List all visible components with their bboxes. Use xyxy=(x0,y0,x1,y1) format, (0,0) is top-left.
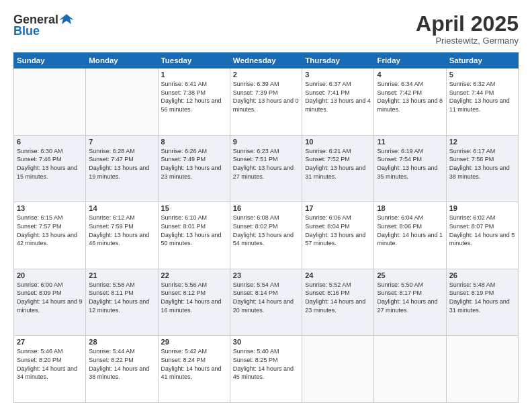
page: General Blue April 2025 Priestewitz, Ger… xyxy=(0,0,532,411)
day-number: 17 xyxy=(305,204,371,212)
logo-blue-text: Blue xyxy=(13,24,40,38)
calendar-cell: 19Sunrise: 6:02 AMSunset: 8:07 PMDayligh… xyxy=(446,202,518,269)
day-number: 22 xyxy=(161,271,227,279)
calendar-cell: 26Sunrise: 5:48 AMSunset: 8:19 PMDayligh… xyxy=(446,269,518,336)
calendar-header-thursday: Thursday xyxy=(302,53,374,68)
day-info: Sunrise: 5:56 AMSunset: 8:12 PMDaylight:… xyxy=(161,281,227,314)
day-number: 7 xyxy=(89,138,154,146)
calendar-cell: 27Sunrise: 5:46 AMSunset: 8:20 PMDayligh… xyxy=(14,336,86,403)
calendar-cell: 3Sunrise: 6:37 AMSunset: 7:41 PMDaylight… xyxy=(302,68,374,136)
day-info: Sunrise: 6:08 AMSunset: 8:02 PMDaylight:… xyxy=(233,214,299,247)
day-number: 10 xyxy=(305,138,371,146)
header: General Blue April 2025 Priestewitz, Ger… xyxy=(13,12,519,46)
calendar-week-row: 27Sunrise: 5:46 AMSunset: 8:20 PMDayligh… xyxy=(14,336,519,403)
day-info: Sunrise: 6:28 AMSunset: 7:47 PMDaylight:… xyxy=(89,147,154,181)
day-info: Sunrise: 6:15 AMSunset: 7:57 PMDaylight:… xyxy=(17,214,83,247)
calendar-cell: 16Sunrise: 6:08 AMSunset: 8:02 PMDayligh… xyxy=(230,202,302,269)
calendar-cell: 9Sunrise: 6:23 AMSunset: 7:51 PMDaylight… xyxy=(230,135,302,202)
day-number: 4 xyxy=(377,71,443,79)
day-info: Sunrise: 5:54 AMSunset: 8:14 PMDaylight:… xyxy=(233,281,299,314)
day-info: Sunrise: 6:04 AMSunset: 8:06 PMDaylight:… xyxy=(377,214,443,247)
day-number: 9 xyxy=(233,138,299,146)
calendar-cell xyxy=(302,336,374,403)
day-info: Sunrise: 6:12 AMSunset: 7:59 PMDaylight:… xyxy=(89,214,154,247)
calendar-cell: 13Sunrise: 6:15 AMSunset: 7:57 PMDayligh… xyxy=(14,202,86,269)
day-number: 5 xyxy=(449,71,515,79)
title-section: April 2025 Priestewitz, Germany xyxy=(416,12,519,46)
day-number: 16 xyxy=(233,204,299,212)
day-number: 25 xyxy=(377,271,443,279)
calendar-cell: 28Sunrise: 5:44 AMSunset: 8:22 PMDayligh… xyxy=(86,336,158,403)
calendar-cell: 10Sunrise: 6:21 AMSunset: 7:52 PMDayligh… xyxy=(302,135,374,202)
day-number: 26 xyxy=(449,271,515,279)
month-title: April 2025 xyxy=(416,12,519,36)
day-info: Sunrise: 6:17 AMSunset: 7:56 PMDaylight:… xyxy=(449,147,515,181)
day-number: 29 xyxy=(161,338,227,346)
calendar-cell: 29Sunrise: 5:42 AMSunset: 8:24 PMDayligh… xyxy=(158,336,230,403)
calendar-cell xyxy=(14,68,86,136)
day-number: 20 xyxy=(17,271,83,279)
calendar-cell: 8Sunrise: 6:26 AMSunset: 7:49 PMDaylight… xyxy=(158,135,230,202)
day-number: 19 xyxy=(449,204,515,212)
day-info: Sunrise: 6:37 AMSunset: 7:41 PMDaylight:… xyxy=(305,80,371,113)
day-number: 13 xyxy=(17,204,83,212)
day-number: 3 xyxy=(305,71,371,79)
logo-bird-icon xyxy=(59,12,74,27)
calendar-cell: 24Sunrise: 5:52 AMSunset: 8:16 PMDayligh… xyxy=(302,269,374,336)
calendar-week-row: 6Sunrise: 6:30 AMSunset: 7:46 PMDaylight… xyxy=(14,135,519,202)
calendar-header-sunday: Sunday xyxy=(14,53,86,68)
calendar-header-row: SundayMondayTuesdayWednesdayThursdayFrid… xyxy=(14,53,519,68)
day-number: 2 xyxy=(233,71,299,79)
day-number: 12 xyxy=(449,138,515,146)
day-number: 15 xyxy=(161,204,227,212)
calendar-header-friday: Friday xyxy=(374,53,446,68)
calendar-cell: 23Sunrise: 5:54 AMSunset: 8:14 PMDayligh… xyxy=(230,269,302,336)
calendar-cell: 22Sunrise: 5:56 AMSunset: 8:12 PMDayligh… xyxy=(158,269,230,336)
day-info: Sunrise: 6:41 AMSunset: 7:38 PMDaylight:… xyxy=(161,80,227,113)
day-info: Sunrise: 6:26 AMSunset: 7:49 PMDaylight:… xyxy=(161,147,227,181)
day-number: 30 xyxy=(233,338,299,346)
calendar-cell: 30Sunrise: 5:40 AMSunset: 8:25 PMDayligh… xyxy=(230,336,302,403)
calendar-cell: 15Sunrise: 6:10 AMSunset: 8:01 PMDayligh… xyxy=(158,202,230,269)
day-info: Sunrise: 5:58 AMSunset: 8:11 PMDaylight:… xyxy=(89,281,154,314)
svg-marker-0 xyxy=(59,14,74,24)
day-number: 24 xyxy=(305,271,371,279)
calendar-cell: 5Sunrise: 6:32 AMSunset: 7:44 PMDaylight… xyxy=(446,68,518,136)
calendar-cell: 14Sunrise: 6:12 AMSunset: 7:59 PMDayligh… xyxy=(86,202,158,269)
day-info: Sunrise: 6:10 AMSunset: 8:01 PMDaylight:… xyxy=(161,214,227,247)
calendar-week-row: 1Sunrise: 6:41 AMSunset: 7:38 PMDaylight… xyxy=(14,68,519,136)
day-info: Sunrise: 6:32 AMSunset: 7:44 PMDaylight:… xyxy=(449,80,515,113)
day-info: Sunrise: 6:39 AMSunset: 7:39 PMDaylight:… xyxy=(233,80,299,113)
calendar-cell xyxy=(86,68,158,136)
calendar-cell: 17Sunrise: 6:06 AMSunset: 8:04 PMDayligh… xyxy=(302,202,374,269)
day-number: 21 xyxy=(89,271,154,279)
calendar-header-monday: Monday xyxy=(86,53,158,68)
day-info: Sunrise: 6:30 AMSunset: 7:46 PMDaylight:… xyxy=(17,147,83,181)
day-number: 11 xyxy=(377,138,443,146)
day-info: Sunrise: 5:48 AMSunset: 8:19 PMDaylight:… xyxy=(449,281,515,314)
day-number: 8 xyxy=(161,138,227,146)
calendar-cell: 18Sunrise: 6:04 AMSunset: 8:06 PMDayligh… xyxy=(374,202,446,269)
calendar-cell: 25Sunrise: 5:50 AMSunset: 8:17 PMDayligh… xyxy=(374,269,446,336)
day-info: Sunrise: 5:52 AMSunset: 8:16 PMDaylight:… xyxy=(305,281,371,314)
day-number: 18 xyxy=(377,204,443,212)
calendar-cell: 7Sunrise: 6:28 AMSunset: 7:47 PMDaylight… xyxy=(86,135,158,202)
logo: General Blue xyxy=(13,12,75,38)
day-number: 14 xyxy=(89,204,154,212)
day-number: 27 xyxy=(17,338,83,346)
day-info: Sunrise: 5:44 AMSunset: 8:22 PMDaylight:… xyxy=(89,347,154,381)
calendar-cell: 20Sunrise: 6:00 AMSunset: 8:09 PMDayligh… xyxy=(14,269,86,336)
calendar-header-tuesday: Tuesday xyxy=(158,53,230,68)
location-subtitle: Priestewitz, Germany xyxy=(416,36,519,46)
day-info: Sunrise: 6:19 AMSunset: 7:54 PMDaylight:… xyxy=(377,147,443,181)
day-info: Sunrise: 6:02 AMSunset: 8:07 PMDaylight:… xyxy=(449,214,515,247)
calendar-cell: 1Sunrise: 6:41 AMSunset: 7:38 PMDaylight… xyxy=(158,68,230,136)
day-number: 23 xyxy=(233,271,299,279)
calendar-cell: 12Sunrise: 6:17 AMSunset: 7:56 PMDayligh… xyxy=(446,135,518,202)
day-info: Sunrise: 6:00 AMSunset: 8:09 PMDaylight:… xyxy=(17,281,83,314)
calendar-week-row: 20Sunrise: 6:00 AMSunset: 8:09 PMDayligh… xyxy=(14,269,519,336)
day-info: Sunrise: 6:23 AMSunset: 7:51 PMDaylight:… xyxy=(233,147,299,181)
day-info: Sunrise: 6:21 AMSunset: 7:52 PMDaylight:… xyxy=(305,147,371,181)
calendar-week-row: 13Sunrise: 6:15 AMSunset: 7:57 PMDayligh… xyxy=(14,202,519,269)
calendar-cell: 21Sunrise: 5:58 AMSunset: 8:11 PMDayligh… xyxy=(86,269,158,336)
